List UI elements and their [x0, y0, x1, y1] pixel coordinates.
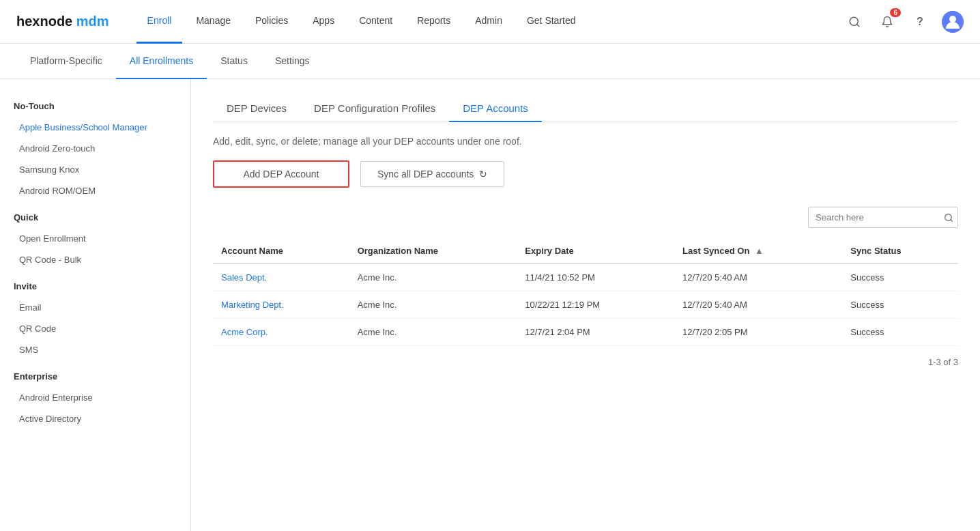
tab-dep-configuration-profiles[interactable]: DEP Configuration Profiles [300, 96, 449, 122]
account-name-cell: Acme Corp. [213, 319, 349, 346]
top-navigation: hexnode mdm Enroll Manage Policies Apps … [0, 0, 980, 44]
tab-dep-accounts[interactable]: DEP Accounts [449, 96, 542, 122]
search-row [213, 207, 958, 228]
subnav-settings[interactable]: Settings [261, 44, 323, 79]
sidebar-item-sms[interactable]: SMS [0, 339, 190, 360]
pagination-text: 1-3 of 3 [928, 357, 958, 367]
search-input[interactable] [809, 207, 937, 227]
svg-point-3 [949, 16, 956, 23]
sync-status-cell: Success [842, 291, 958, 319]
svg-line-5 [951, 219, 953, 221]
action-row: Add DEP Account Sync all DEP accounts ↻ [213, 160, 958, 188]
sidebar-item-apple-business[interactable]: Apple Business/School Manager [0, 117, 190, 138]
sidebar-item-android-zero-touch[interactable]: Android Zero-touch [0, 138, 190, 159]
avatar[interactable] [942, 11, 964, 33]
account-name-cell: Marketing Dept. [213, 291, 349, 319]
add-dep-account-button[interactable]: Add DEP Account [213, 160, 349, 188]
sidebar-item-email[interactable]: Email [0, 297, 190, 318]
nav-content[interactable]: Content [348, 0, 403, 44]
nav-manage[interactable]: Manage [185, 0, 242, 44]
table-row: Sales Dept. Acme Inc. 11/4/21 10:52 PM 1… [213, 263, 958, 291]
main-content: DEP Devices DEP Configuration Profiles D… [191, 79, 980, 531]
main-layout: No-Touch Apple Business/School Manager A… [0, 79, 980, 531]
nav-policies[interactable]: Policies [244, 0, 299, 44]
last-synced-cell: 12/7/20 5:40 AM [674, 263, 842, 291]
search-button[interactable] [937, 213, 958, 223]
sidebar-section-no-touch: No-Touch [0, 96, 190, 117]
last-synced-cell: 12/7/20 2:05 PM [674, 319, 842, 346]
sidebar: No-Touch Apple Business/School Manager A… [0, 79, 191, 531]
expiry-date-cell: 10/22/21 12:19 PM [517, 291, 674, 319]
sidebar-item-active-directory[interactable]: Active Directory [0, 408, 190, 429]
org-name-cell: Acme Inc. [349, 263, 517, 291]
org-name-cell: Acme Inc. [349, 291, 517, 319]
col-sync-status[interactable]: Sync Status [842, 239, 958, 263]
dep-accounts-table: Account Name Organization Name Expiry Da… [213, 239, 958, 346]
col-expiry-date[interactable]: Expiry Date [517, 239, 674, 263]
description-text: Add, edit, sync, or delete; manage all y… [213, 136, 958, 147]
sidebar-item-open-enrollment[interactable]: Open Enrollment [0, 228, 190, 249]
account-link-marketing[interactable]: Marketing Dept. [221, 300, 284, 310]
org-name-cell: Acme Inc. [349, 319, 517, 346]
sidebar-item-android-rom[interactable]: Android ROM/OEM [0, 180, 190, 201]
table-row: Marketing Dept. Acme Inc. 10/22/21 12:19… [213, 291, 958, 319]
nav-items: Enroll Manage Policies Apps Content Repo… [136, 0, 844, 44]
svg-line-1 [856, 24, 859, 26]
search-box[interactable] [808, 207, 958, 228]
sidebar-section-invite: Invite [0, 276, 190, 297]
expiry-date-cell: 12/7/21 2:04 PM [517, 319, 674, 346]
notification-count: 6 [890, 8, 901, 17]
nav-get-started[interactable]: Get Started [516, 0, 587, 44]
table-row: Acme Corp. Acme Inc. 12/7/21 2:04 PM 12/… [213, 319, 958, 346]
account-name-cell: Sales Dept. [213, 263, 349, 291]
notification-bell[interactable]: 6 [876, 11, 898, 33]
nav-right-actions: 6 ? [844, 11, 964, 33]
sync-status-cell: Success [842, 319, 958, 346]
nav-apps[interactable]: Apps [302, 0, 345, 44]
col-last-synced[interactable]: Last Synced On ▲ [674, 239, 842, 263]
search-icon[interactable] [844, 11, 865, 33]
sync-all-dep-button[interactable]: Sync all DEP accounts ↻ [360, 161, 504, 187]
dep-tabs: DEP Devices DEP Configuration Profiles D… [213, 96, 958, 122]
pagination: 1-3 of 3 [213, 346, 958, 367]
sidebar-item-samsung-knox[interactable]: Samsung Knox [0, 159, 190, 180]
app-logo[interactable]: hexnode mdm [16, 14, 109, 29]
table-header: Account Name Organization Name Expiry Da… [213, 239, 958, 263]
nav-admin[interactable]: Admin [464, 0, 513, 44]
nav-reports[interactable]: Reports [406, 0, 461, 44]
last-synced-cell: 12/7/20 5:40 AM [674, 291, 842, 319]
nav-enroll[interactable]: Enroll [136, 0, 183, 44]
sidebar-item-qr-code[interactable]: QR Code [0, 318, 190, 339]
table-body: Sales Dept. Acme Inc. 11/4/21 10:52 PM 1… [213, 263, 958, 346]
sync-status-cell: Success [842, 263, 958, 291]
sidebar-section-enterprise: Enterprise [0, 366, 190, 387]
account-link-acme-corp[interactable]: Acme Corp. [221, 327, 268, 337]
help-icon[interactable]: ? [909, 11, 931, 33]
sync-label: Sync all DEP accounts [377, 169, 474, 180]
sort-arrow-icon: ▲ [755, 246, 764, 256]
tab-dep-devices[interactable]: DEP Devices [213, 96, 300, 122]
expiry-date-cell: 11/4/21 10:52 PM [517, 263, 674, 291]
subnav-platform-specific[interactable]: Platform-Specific [16, 44, 116, 79]
sync-icon: ↻ [479, 169, 487, 180]
account-link-sales[interactable]: Sales Dept. [221, 272, 267, 283]
sidebar-item-qr-bulk[interactable]: QR Code - Bulk [0, 249, 190, 270]
sidebar-item-android-enterprise[interactable]: Android Enterprise [0, 387, 190, 408]
sub-navigation: Platform-Specific All Enrollments Status… [0, 44, 980, 79]
col-account-name[interactable]: Account Name [213, 239, 349, 263]
subnav-status[interactable]: Status [207, 44, 261, 79]
col-org-name[interactable]: Organization Name [349, 239, 517, 263]
sidebar-section-quick: Quick [0, 207, 190, 228]
subnav-all-enrollments[interactable]: All Enrollments [116, 44, 207, 79]
